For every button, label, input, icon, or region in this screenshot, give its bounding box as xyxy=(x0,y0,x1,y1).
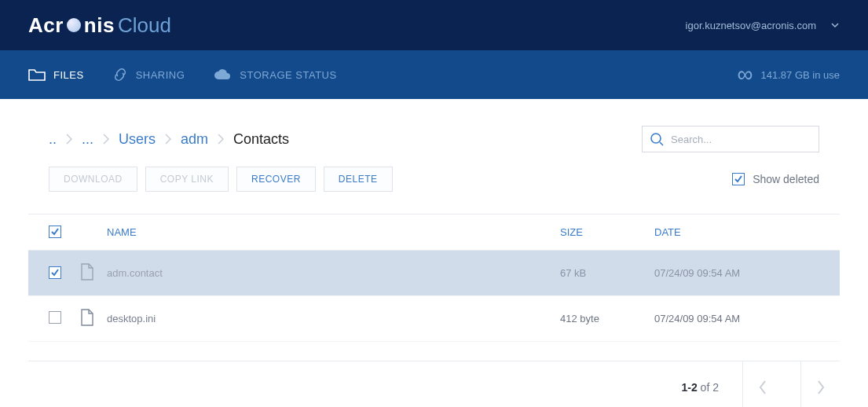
link-icon xyxy=(112,68,128,82)
chevron-right-icon xyxy=(66,134,72,145)
table-row[interactable]: desktop.ini 412 byte 07/24/09 09:54 AM xyxy=(28,296,840,342)
file-name: adm.contact xyxy=(107,267,560,279)
breadcrumb-users[interactable]: Users xyxy=(119,131,156,148)
download-button[interactable]: DOWNLOAD xyxy=(49,167,137,192)
row-checkbox[interactable] xyxy=(49,311,61,324)
file-size: 412 byte xyxy=(560,313,654,324)
table-row[interactable]: adm.contact 67 kB 07/24/09 09:54 AM xyxy=(28,251,840,296)
file-name: desktop.ini xyxy=(107,313,560,324)
select-all-checkbox[interactable] xyxy=(49,226,61,238)
breadcrumb-current: Contacts xyxy=(233,131,289,148)
breadcrumb-root[interactable]: .. xyxy=(49,131,57,148)
infinity-icon: ∞ xyxy=(738,64,753,86)
recover-button[interactable]: RECOVER xyxy=(236,167,316,192)
chevron-right-icon xyxy=(165,134,171,145)
chevron-right-icon xyxy=(218,134,224,145)
col-size[interactable]: SIZE xyxy=(560,226,654,238)
content-panel: .. ... Users adm Contacts DOWNLOAD COPY … xyxy=(28,99,840,407)
file-icon xyxy=(80,309,94,326)
checkbox-icon xyxy=(732,173,745,185)
search-input[interactable] xyxy=(642,126,819,152)
breadcrumb: .. ... Users adm Contacts xyxy=(49,131,289,148)
storage-usage: ∞ 141.87 GB in use xyxy=(738,64,840,86)
copy-link-button[interactable]: COPY LINK xyxy=(145,167,229,192)
nav-files[interactable]: FILES xyxy=(28,68,84,82)
file-date: 07/24/09 09:54 AM xyxy=(654,267,819,279)
chevron-right-icon xyxy=(817,380,825,394)
col-date[interactable]: DATE xyxy=(654,226,819,238)
show-deleted-toggle[interactable]: Show deleted xyxy=(732,173,819,185)
row-checkbox[interactable] xyxy=(49,266,61,279)
search-box xyxy=(642,126,819,152)
table-header: NAME SIZE DATE xyxy=(28,214,840,251)
file-date: 07/24/09 09:54 AM xyxy=(654,313,819,324)
nav-sharing[interactable]: SHARING xyxy=(112,68,185,82)
prev-page-button[interactable] xyxy=(742,361,782,408)
folder-icon xyxy=(28,68,46,82)
cloud-icon xyxy=(213,68,232,82)
user-menu[interactable]: igor.kuznetsov@acronis.com xyxy=(686,20,840,31)
page-range: 1-2 of 2 xyxy=(682,381,724,394)
app-header: AcrnisCloud igor.kuznetsov@acronis.com xyxy=(0,0,868,50)
chevron-down-icon xyxy=(830,20,840,30)
breadcrumb-collapsed[interactable]: ... xyxy=(82,131,93,148)
brand-logo: AcrnisCloud xyxy=(28,13,171,38)
brand-orb-icon xyxy=(67,18,81,32)
search-icon xyxy=(650,132,664,146)
svg-point-0 xyxy=(651,134,661,143)
file-size: 67 kB xyxy=(560,267,654,279)
pagination: 1-2 of 2 xyxy=(28,361,840,407)
breadcrumb-adm[interactable]: adm xyxy=(181,131,208,148)
chevron-left-icon xyxy=(759,380,767,394)
col-name[interactable]: NAME xyxy=(107,226,560,238)
next-page-button[interactable] xyxy=(800,361,840,408)
user-email: igor.kuznetsov@acronis.com xyxy=(686,20,816,31)
chevron-right-icon xyxy=(103,134,109,145)
delete-button[interactable]: DELETE xyxy=(324,167,393,192)
file-icon xyxy=(80,263,94,280)
main-nav: FILES SHARING STORAGE STATUS ∞ 141.87 GB… xyxy=(0,50,868,99)
nav-storage-status[interactable]: STORAGE STATUS xyxy=(213,68,336,82)
file-table: NAME SIZE DATE adm.contact 67 kB 07/24/0… xyxy=(28,214,840,342)
